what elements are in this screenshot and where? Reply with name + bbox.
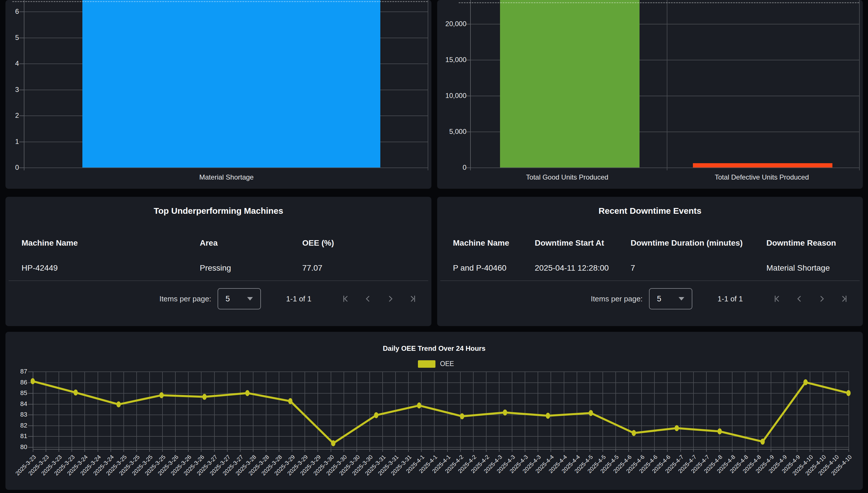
gridline-v [111,371,111,449]
gridline-h [33,404,848,405]
first-page-icon [341,295,350,303]
first-page-button[interactable] [341,295,350,303]
y-axis-tick [28,426,33,426]
gridline-v [175,371,176,449]
previous-page-button[interactable] [795,295,804,303]
gridline-v [859,0,860,170]
gridline-v [201,371,202,449]
last-page-button[interactable] [840,295,848,303]
x-axis-tick [848,449,849,452]
y-axis-tick [28,414,33,415]
line-point [331,440,336,446]
gridline-h [24,168,428,168]
gridline-v [304,371,305,449]
daily-oee-trend-card: Daily OEE Trend Over 24 Hours OEE 2025-3… [5,332,863,490]
y-axis-tick [28,393,33,393]
cell-machine-name: HP-42449 [22,263,58,273]
units-produced-chart-card: 05,00010,00015,00020,000Total Good Units… [437,0,863,189]
line-point [417,403,421,409]
y-tick-label: 82 [7,422,27,429]
row-separator [440,280,860,281]
gridline-v [84,371,85,449]
last-page-button[interactable] [408,295,417,303]
gridline-v [71,371,72,449]
gridline-v [98,371,98,449]
recent-downtime-events-card: Recent Downtime Events Machine Name Down… [437,197,863,326]
downtime-reason-bar-chart: 0123456Material Shortage [5,0,431,189]
gridline-h [33,426,848,426]
axis-tick [19,90,24,90]
gridline-v [279,371,279,449]
y-tick-label: 20,000 [437,20,466,28]
items-per-page-value: 5 [226,295,230,303]
items-per-page-label: Items per page: [159,295,211,303]
gridline-v [628,371,629,449]
gridline-h [33,393,848,393]
line-point [546,413,550,419]
items-per-page-select[interactable]: 5 [218,288,261,309]
gridline-v [123,371,124,449]
paginator: Items per page: 5 1-1 of 1 [591,288,848,309]
axis-tick [19,142,24,142]
gridline-v [382,371,383,449]
gridline-v [797,371,797,449]
last-page-icon [840,295,848,303]
gridline-v [227,371,228,449]
items-per-page-select[interactable]: 5 [649,288,692,309]
axis-tick [19,12,24,12]
line-point [717,428,722,434]
gridline-v [395,371,396,449]
next-page-button[interactable] [818,295,826,303]
cell-downtime-start: 2025-04-11 12:28:00 [535,263,609,273]
first-page-icon [773,295,781,303]
y-tick-label: 86 [7,379,27,386]
y-tick-label: 0 [5,164,19,172]
gridline-v [590,371,590,449]
x-category-label: Total Defective Units Produced [670,173,854,181]
gridline-v [46,371,46,449]
underperforming-table-title: Top Underperforming Machines [5,206,431,216]
gridline-v [344,371,344,449]
items-per-page-label: Items per page: [591,295,643,303]
gridline-v [447,371,448,449]
y-tick-label: 87 [7,368,27,375]
x-axis-line [33,449,848,450]
line-point [73,390,78,395]
gridline-v [253,371,253,449]
y-tick-label: 5 [5,34,19,42]
gridline-v [512,371,512,449]
next-page-button[interactable] [386,295,395,303]
y-tick-label: 1 [5,137,19,146]
gridline-v [577,371,577,449]
gridline-h [33,382,848,383]
gridline-v [499,371,499,449]
clipped-top-dashed-line [12,1,428,2]
page-range-label: 1-1 of 1 [286,295,312,303]
gridline-v [745,371,746,449]
gridline-v [641,371,642,449]
gridline-v [331,371,331,449]
cell-downtime-duration: 7 [631,263,635,273]
y-axis-tick [28,404,33,405]
dropdown-arrow-icon [679,297,684,301]
gridline-v [719,371,719,449]
first-page-button[interactable] [773,295,781,303]
column-header-downtime-reason: Downtime Reason [767,238,836,248]
axis-tick [19,115,24,116]
gridline-v [758,371,758,449]
line-point [675,425,679,431]
line-point [632,430,636,436]
y-tick-label: 80 [7,443,27,451]
gridline-v [369,371,370,449]
cell-area: Pressing [200,263,231,273]
gridline-h [33,371,848,372]
previous-page-button[interactable] [364,295,372,303]
chevron-left-icon [795,295,804,303]
column-header-area: Area [200,238,218,248]
chevron-left-icon [364,295,372,303]
gridline-v [706,371,707,449]
y-tick-label: 2 [5,111,19,120]
line-point [760,439,765,445]
y-tick-label: 84 [7,400,27,408]
gridline-v [602,371,603,449]
